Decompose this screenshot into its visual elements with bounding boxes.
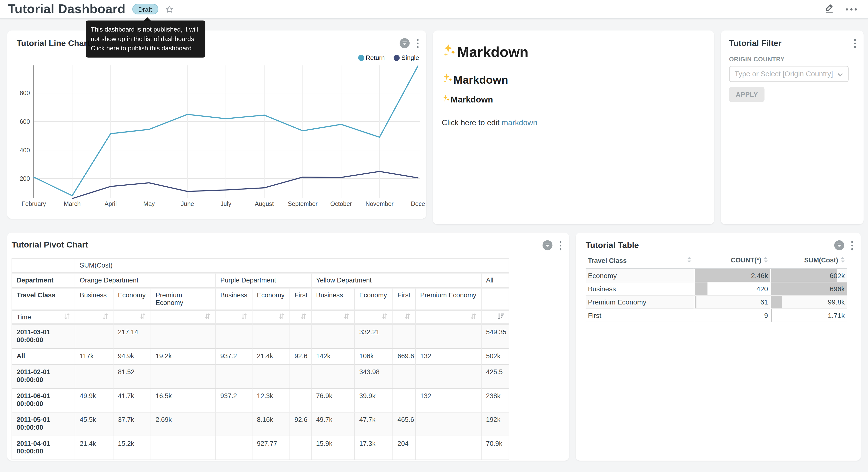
pivot-cell: 12.3k xyxy=(252,389,290,412)
pivot-all-header: All xyxy=(482,273,509,288)
pivot-cell: 39.9k xyxy=(355,389,393,412)
svg-text:600: 600 xyxy=(20,118,30,125)
filter-menu-icon[interactable] xyxy=(853,38,857,49)
sort-icon[interactable] xyxy=(278,313,285,321)
sort-icon[interactable] xyxy=(102,313,108,321)
favorite-star-icon[interactable] xyxy=(165,5,174,13)
pivot-menu-icon[interactable] xyxy=(558,240,562,251)
pivot-row: 2011-05-01 00:00:0045.5k37.7k2.69k8.16k9… xyxy=(12,413,509,436)
sort-icon[interactable] xyxy=(381,313,388,321)
travel-class-cell: Premium Economy xyxy=(586,296,693,309)
markdown-card[interactable]: Markdown Markdown Markdown Click here to… xyxy=(433,31,714,224)
pivot-cell xyxy=(216,325,252,349)
svg-text:October: October xyxy=(330,200,352,207)
table-title: Tutorial Table xyxy=(586,240,639,250)
pivot-cell: 192k xyxy=(482,413,509,436)
pivot-cell: 92.6 xyxy=(290,413,311,436)
pivot-table: SUM(Cost)DepartmentOrange DepartmentPurp… xyxy=(12,258,509,460)
sum-cell: 99.8k xyxy=(770,296,847,309)
pivot-cell: 332.21 xyxy=(355,325,393,349)
filter-title: Tutorial Filter xyxy=(729,38,781,48)
pivot-cell xyxy=(252,365,290,389)
sort-icon[interactable] xyxy=(343,313,350,321)
sparkles-icon xyxy=(442,94,451,105)
page-title: Tutorial Dashboard xyxy=(8,2,126,17)
filter-indicator-icon[interactable] xyxy=(542,240,552,250)
pivot-cell: 47.7k xyxy=(355,413,393,436)
sort-icon[interactable] xyxy=(404,313,411,321)
filter-indicator-icon[interactable] xyxy=(834,240,844,250)
edit-pencil-icon[interactable] xyxy=(824,2,835,16)
sort-icon[interactable] xyxy=(241,313,247,321)
apply-button[interactable]: APPLY xyxy=(729,87,765,102)
count-cell: 9 xyxy=(693,309,770,322)
pivot-cell: 927.77 xyxy=(252,436,290,460)
sort-icon[interactable] xyxy=(64,313,70,321)
svg-text:August: August xyxy=(255,200,274,207)
svg-text:November: November xyxy=(366,200,394,207)
chevron-down-icon xyxy=(837,69,843,79)
origin-country-select[interactable]: Type or Select [Origin Country] xyxy=(729,66,849,82)
svg-text:200: 200 xyxy=(20,175,30,182)
markdown-h2: Markdown xyxy=(442,72,705,87)
pivot-cell: 37.7k xyxy=(114,413,151,436)
markdown-paragraph: Click here to edit markdown xyxy=(442,118,705,127)
status-badge[interactable]: Draft xyxy=(132,4,158,14)
pivot-cell: 17.3k xyxy=(355,436,393,460)
sort-icon[interactable] xyxy=(300,313,307,321)
pivot-row: All117k94.9k19.2k937.221.4k92.6142k106k6… xyxy=(12,349,509,365)
pivot-cell: 937.2 xyxy=(216,389,252,412)
sorter-icon xyxy=(840,256,845,265)
line-chart-card: Tutorial Line Chart ReturnSingle 2004006… xyxy=(7,31,426,219)
table-row[interactable]: Economy2.46k602k xyxy=(586,269,847,282)
table-row[interactable]: Business420696k xyxy=(586,283,847,296)
pivot-row-dim-label: Department xyxy=(12,273,75,288)
travel-class-cell: Business xyxy=(586,283,693,296)
pivot-cell: 76.9k xyxy=(312,389,355,412)
pivot-cell: 92.6 xyxy=(290,349,311,365)
pivot-cell xyxy=(290,365,311,389)
table-row[interactable]: Premium Economy6199.8k xyxy=(586,296,847,309)
pivot-col-header: Business xyxy=(312,289,355,311)
sum-cell: 1.71k xyxy=(770,309,847,322)
pivot-cell xyxy=(216,413,252,436)
column-header-count[interactable]: COUNT(*) xyxy=(693,254,770,269)
pivot-cell: 502k xyxy=(482,349,509,365)
pivot-chart-card: Tutorial Pivot Chart SUM(Cost)Department… xyxy=(7,233,569,461)
table-card: Tutorial Table Travel ClassCOUNT(*)SUM(C… xyxy=(576,233,861,461)
pivot-cell: 549.35 xyxy=(482,325,509,349)
svg-text:400: 400 xyxy=(20,147,30,154)
pivot-cell: 204 xyxy=(393,436,416,460)
pivot-col-header: Economy xyxy=(114,289,151,311)
pivot-col-header: Business xyxy=(75,289,114,311)
pivot-col-header: First xyxy=(393,289,416,311)
pivot-cell: 8.16k xyxy=(252,413,290,436)
pivot-cell xyxy=(416,365,482,389)
sorter-icon xyxy=(764,256,768,265)
pivot-row: 2011-06-01 00:00:0049.9k41.7k16.5k937.21… xyxy=(12,389,509,412)
pivot-cell xyxy=(290,325,311,349)
pivot-cell: 94.9k xyxy=(114,349,151,365)
data-table: Travel ClassCOUNT(*)SUM(Cost) Economy2.4… xyxy=(586,254,847,322)
table-menu-icon[interactable] xyxy=(850,240,854,251)
pivot-row-header: All xyxy=(12,349,75,365)
sort-icon[interactable] xyxy=(204,313,211,321)
pivot-cell: 669.6 xyxy=(393,349,416,365)
pivot-cell: 343.98 xyxy=(355,365,393,389)
sort-desc-icon[interactable] xyxy=(497,313,504,321)
sort-icon[interactable] xyxy=(470,313,476,321)
column-header-travel-class[interactable]: Travel Class xyxy=(586,254,693,269)
pivot-row-header: 2011-04-01 00:00:00 xyxy=(12,436,75,460)
pivot-row-header: 2011-02-01 00:00:00 xyxy=(12,365,75,389)
svg-text:April: April xyxy=(104,200,117,207)
more-actions-icon[interactable] xyxy=(846,8,857,10)
pivot-cell: 16.5k xyxy=(151,389,216,412)
markdown-edit-link[interactable]: markdown xyxy=(502,118,537,127)
pivot-cell: 45.5k xyxy=(75,413,114,436)
pivot-cell xyxy=(416,325,482,349)
sort-icon[interactable] xyxy=(140,313,146,321)
table-row[interactable]: First91.71k xyxy=(586,309,847,322)
svg-text:800: 800 xyxy=(20,89,30,96)
column-header-sum[interactable]: SUM(Cost) xyxy=(770,254,847,269)
pivot-cell xyxy=(393,325,416,349)
